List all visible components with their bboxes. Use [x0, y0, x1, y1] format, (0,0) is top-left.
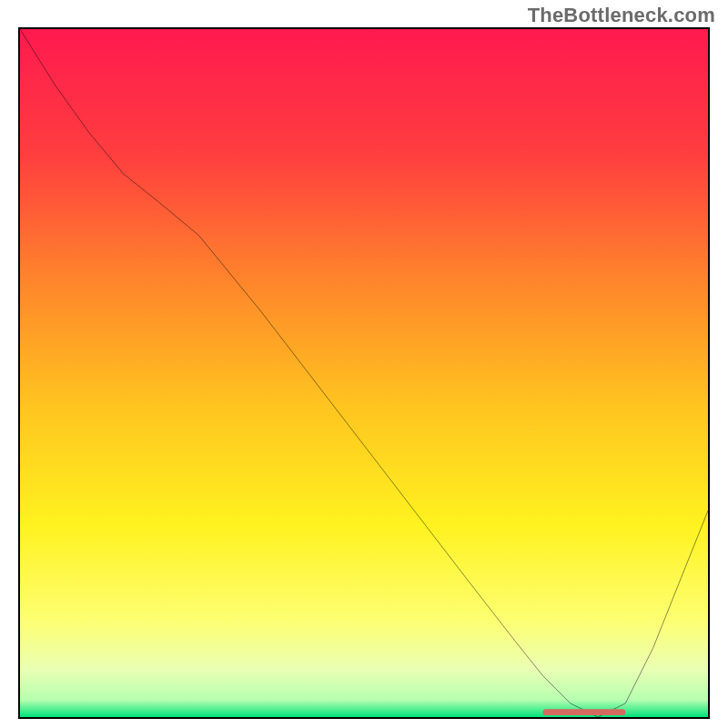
watermark-text: TheBottleneck.com	[528, 4, 715, 27]
bottleneck-chart	[20, 29, 708, 717]
chart-background	[20, 29, 708, 717]
optimal-range-marker	[543, 709, 626, 715]
chart-root: TheBottleneck.com	[0, 0, 728, 728]
plot-frame	[18, 27, 710, 719]
